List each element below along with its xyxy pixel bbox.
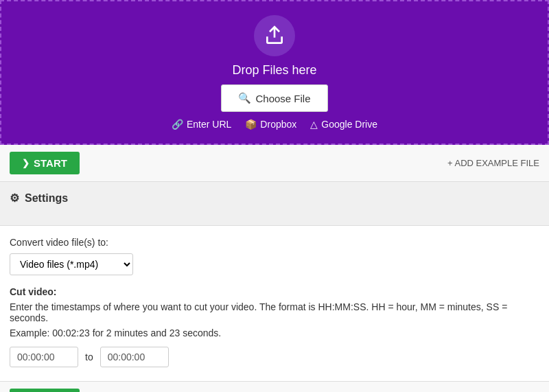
google-drive-label: Google Drive — [321, 119, 377, 130]
cut-video-example: Example: 00:02:23 for 2 minutes and 23 s… — [10, 327, 539, 338]
gear-icon: ⚙ — [10, 192, 19, 205]
add-example-label: + ADD EXAMPLE FILE — [447, 158, 539, 168]
google-drive-link[interactable]: △ Google Drive — [310, 119, 377, 130]
start-label-top: START — [34, 157, 67, 169]
cut-video-desc: Enter the timestamps of where you want t… — [10, 301, 539, 323]
choose-file-label: Choose File — [255, 93, 310, 104]
dropbox-label: Dropbox — [260, 119, 296, 130]
upload-area: Drop Files here 🔍 Choose File 🔗 Enter UR… — [0, 0, 549, 145]
time-range: to — [10, 347, 539, 367]
enter-url-link[interactable]: 🔗 Enter URL — [172, 119, 231, 130]
cut-video-label: Cut video: — [10, 286, 539, 297]
top-toolbar: ❯ START + ADD EXAMPLE FILE — [0, 145, 549, 182]
settings-title: ⚙ Settings — [10, 192, 539, 205]
upload-links: 🔗 Enter URL 📦 Dropbox △ Google Drive — [172, 119, 377, 130]
search-icon: 🔍 — [238, 92, 251, 104]
start-button-top[interactable]: ❯ START — [10, 152, 80, 174]
start-button-bottom[interactable]: ❯ START — [10, 389, 80, 392]
convert-format-group: Convert video file(s) to: Video files (*… — [10, 237, 539, 275]
add-example-link[interactable]: + ADD EXAMPLE FILE — [447, 158, 539, 168]
link-icon: 🔗 — [172, 119, 183, 130]
cut-video-section: Cut video: Enter the timestamps of where… — [10, 286, 539, 367]
time-separator: to — [85, 351, 93, 362]
enter-url-label: Enter URL — [187, 119, 231, 130]
settings-section: ⚙ Settings — [0, 182, 549, 226]
settings-content: Convert video file(s) to: Video files (*… — [0, 226, 549, 381]
drop-files-text: Drop Files here — [232, 63, 316, 78]
bottom-toolbar: ❯ START — [0, 381, 549, 392]
upload-icon — [254, 15, 295, 56]
format-select[interactable]: Video files (*.mp4) Video files (*.avi) … — [10, 253, 133, 275]
convert-label: Convert video file(s) to: — [10, 237, 539, 248]
choose-file-button[interactable]: 🔍 Choose File — [221, 84, 327, 112]
upload-arrow-icon — [264, 25, 285, 47]
time-from-input[interactable] — [10, 347, 78, 367]
time-to-input[interactable] — [100, 347, 169, 367]
chevron-right-icon: ❯ — [22, 158, 30, 168]
dropbox-link[interactable]: 📦 Dropbox — [245, 119, 296, 130]
dropbox-icon: 📦 — [245, 119, 257, 130]
settings-title-text: Settings — [25, 192, 68, 205]
google-drive-icon: △ — [310, 119, 318, 130]
